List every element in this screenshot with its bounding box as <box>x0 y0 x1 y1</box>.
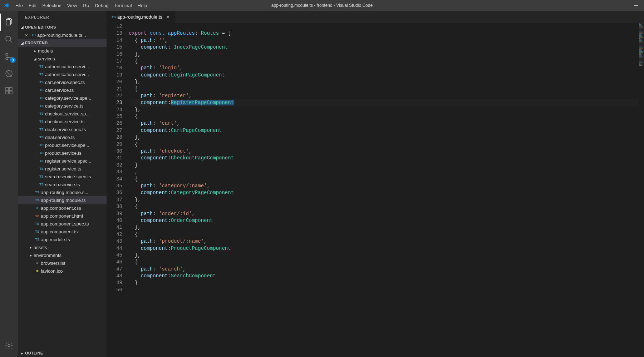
file-item[interactable]: TSproduct.service.ts <box>18 149 107 157</box>
typescript-icon: TS <box>38 151 45 155</box>
file-item[interactable]: TSauthentication.servi... <box>18 63 107 70</box>
file-item[interactable]: TScheckout.service.sp... <box>18 110 107 118</box>
typescript-icon: TS <box>38 143 45 147</box>
file-item[interactable]: TSsearch.service.spec.ts <box>18 173 107 180</box>
typescript-icon: TS <box>30 33 37 37</box>
file-label: browserslist <box>41 261 65 266</box>
menu-edit[interactable]: Edit <box>26 0 39 11</box>
file-item[interactable]: <>app.component.html <box>18 212 107 220</box>
gutter: 1213141516171819202122232425262728293031… <box>107 23 129 357</box>
file-item[interactable]: #app.component.css <box>18 204 107 212</box>
open-editor-item[interactable]: × TS app-routing.module.ts... <box>18 31 107 39</box>
folder-assets[interactable]: ▸ assets <box>18 243 107 251</box>
file-item[interactable]: TSapp.component.ts <box>18 228 107 235</box>
menu-terminal[interactable]: Terminal <box>111 0 134 11</box>
open-editors-label: OPEN EDITORS <box>25 25 56 29</box>
typescript-icon: TS <box>38 128 45 131</box>
menu-file[interactable]: File <box>13 0 26 11</box>
file-item[interactable]: TSproduct.service.spe... <box>18 141 107 149</box>
file-item[interactable]: TSregister.service.ts <box>18 165 107 173</box>
open-editors-header[interactable]: ◢ OPEN EDITORS <box>18 23 107 31</box>
file-item[interactable]: TScategory.service.ts <box>18 102 107 110</box>
typescript-icon: TS <box>38 135 45 139</box>
file-label: product.service.ts <box>45 150 82 156</box>
file-item[interactable]: TScheckout.service.ts <box>18 118 107 125</box>
menu-help[interactable]: Help <box>135 0 150 11</box>
file-label: register.service.ts <box>45 166 81 172</box>
css-icon: # <box>34 206 41 210</box>
file-item[interactable]: TSregister.service.spec... <box>18 157 107 165</box>
svg-line-2 <box>10 40 12 43</box>
file-label: favicon.ico <box>41 268 63 274</box>
activity-extensions[interactable] <box>0 82 18 99</box>
typescript-icon: TS <box>34 230 41 233</box>
file-browserslist[interactable]: ≡ browserslist <box>18 259 107 267</box>
file-item[interactable]: TSdeal.service.spec.ts <box>18 125 107 133</box>
twisty-icon: ◢ <box>19 41 25 45</box>
folder-label: models <box>38 48 53 54</box>
editor-area: TS app-routing.module.ts × 1213141516171… <box>107 11 644 357</box>
typescript-icon: TS <box>38 73 45 76</box>
activity-settings[interactable] <box>0 337 18 354</box>
scm-badge: 9 <box>10 57 16 63</box>
menu-view[interactable]: View <box>64 0 80 11</box>
minimap[interactable] <box>639 23 644 357</box>
typescript-icon: TS <box>38 104 45 108</box>
file-item[interactable]: TSauthentication.servi... <box>18 70 107 78</box>
file-item[interactable]: TSapp.component.spec.ts <box>18 220 107 228</box>
typescript-icon: TS <box>38 112 45 115</box>
open-editor-label: app-routing.module.ts... <box>37 33 86 38</box>
typescript-icon: TS <box>38 96 45 100</box>
svg-point-3 <box>6 53 8 55</box>
code-editor[interactable]: 1213141516171819202122232425262728293031… <box>107 23 644 357</box>
activity-debug[interactable] <box>0 65 18 82</box>
file-label: product.service.spe... <box>45 143 89 148</box>
project-header[interactable]: ◢ FRONTEND <box>18 39 107 47</box>
folder-services[interactable]: ◢ services <box>18 55 107 63</box>
typescript-icon: TS <box>34 238 41 241</box>
svg-point-5 <box>6 58 8 60</box>
chevron-right-icon: ▸ <box>32 49 38 53</box>
file-item[interactable]: TScart.service.ts <box>18 86 107 94</box>
folder-models[interactable]: ▸ models <box>18 47 107 55</box>
sidebar-title: EXPLORER <box>18 11 107 23</box>
menubar: File Edit Selection View Go Debug Termin… <box>13 0 150 11</box>
close-icon[interactable]: × <box>23 33 30 38</box>
minimize-button[interactable] <box>628 0 644 11</box>
twisty-icon: ◢ <box>19 25 25 29</box>
activity-search[interactable] <box>0 31 18 48</box>
menu-debug[interactable]: Debug <box>92 0 111 11</box>
close-icon[interactable]: × <box>164 14 172 21</box>
file-label: app.component.spec.ts <box>41 221 89 227</box>
file-label: cart.service.spec.ts <box>45 80 85 85</box>
file-item[interactable]: TSapp-routing.module.ts <box>18 196 107 204</box>
file-label: category.service.ts <box>45 103 83 109</box>
typescript-icon: TS <box>38 120 45 123</box>
outline-header[interactable]: ▸ OUTLINE <box>18 349 107 357</box>
file-item[interactable]: TScategory.service.spe... <box>18 94 107 102</box>
typescript-icon: TS <box>38 167 45 170</box>
menu-go[interactable]: Go <box>80 0 92 11</box>
file-label: deal.service.ts <box>45 135 75 140</box>
file-label: category.service.spe... <box>45 95 91 101</box>
file-favicon[interactable]: ★ favicon.ico <box>18 267 107 275</box>
editor-tab[interactable]: TS app-routing.module.ts × <box>107 11 176 23</box>
activity-scm[interactable]: 9 <box>0 48 18 65</box>
file-item[interactable]: TSapp.module.ts <box>18 235 107 243</box>
file-icon: ≡ <box>34 261 41 265</box>
folder-environments[interactable]: ▸ environments <box>18 251 107 259</box>
typescript-icon: TS <box>34 222 41 225</box>
tab-label: app-routing.module.ts <box>117 14 162 20</box>
star-icon: ★ <box>34 269 41 273</box>
file-item[interactable]: TSdeal.service.ts <box>18 133 107 141</box>
activity-explorer[interactable] <box>0 14 18 31</box>
window-controls <box>628 0 644 11</box>
file-item[interactable]: TSapp-routing.module.s... <box>18 188 107 196</box>
menu-selection[interactable]: Selection <box>39 0 64 11</box>
chevron-right-icon: ▸ <box>28 253 34 257</box>
file-item[interactable]: TScart.service.spec.ts <box>18 78 107 86</box>
file-item[interactable]: TSsearch.service.ts <box>18 180 107 188</box>
code-content[interactable]: export const appRoutes: Routes = [ { pat… <box>129 23 644 357</box>
file-label: app.component.html <box>41 213 83 219</box>
chevron-right-icon: ▸ <box>19 351 25 355</box>
